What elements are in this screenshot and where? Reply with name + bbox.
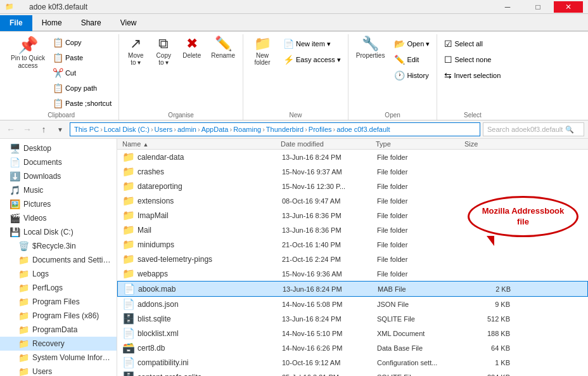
- sidebar-label: PerfLogs: [32, 283, 63, 292]
- file-date: 13-Jun-16 8:36 PM: [282, 212, 377, 219]
- file-row[interactable]: 📁 crashes 15-Nov-16 9:37 AM File folder: [117, 164, 588, 179]
- path-profiles: Profiles: [309, 126, 332, 133]
- edit-button[interactable]: ✏️ Edit: [391, 53, 433, 67]
- invert-selection-button[interactable]: ⇆ Invert selection: [441, 68, 504, 82]
- sidebar-label: Logs: [32, 269, 49, 278]
- paste-button[interactable]: 📋 Paste: [49, 51, 115, 65]
- copy-to-icon: ⧉: [158, 37, 169, 51]
- sidebar-item-localdiskc[interactable]: 💾Local Disk (C:): [0, 225, 117, 239]
- ribbon-group-clipboard: 📌 Pin to Quick access 📋 Copy 📋 Paste ✂️ …: [4, 34, 119, 120]
- sidebar-item-documentsandsettings[interactable]: 📁Documents and Settings: [0, 253, 117, 267]
- recent-locations-button[interactable]: ▼: [53, 122, 67, 136]
- sidebar-item-recycle3in[interactable]: 🗑️$Recycle.3in: [0, 239, 117, 253]
- copy-path-button[interactable]: 📋 Copy path: [49, 81, 115, 95]
- file-date: 21-Oct-16 1:40 PM: [282, 241, 377, 249]
- sidebar-item-logs[interactable]: 📁Logs: [0, 267, 117, 281]
- callout-annotation: Mozilla Addressbook file: [468, 196, 578, 246]
- sidebar-item-desktop[interactable]: 🖥️Desktop: [0, 141, 117, 155]
- sidebar-label: Recovery: [32, 339, 65, 348]
- ribbon-tab-file[interactable]: File: [0, 15, 32, 31]
- pin-quick-access-button[interactable]: 📌 Pin to Quick access: [8, 34, 48, 72]
- ribbon-tab-view[interactable]: View: [111, 15, 146, 30]
- sidebar-label: Local Disk (C:): [23, 228, 74, 237]
- sidebar-item-documents[interactable]: 📄Documents: [0, 155, 117, 169]
- select-all-button[interactable]: ☑ Select all: [441, 37, 486, 51]
- file-date: 14-Nov-16 5:08 PM: [282, 301, 377, 308]
- easy-access-button[interactable]: ⚡ Easy access ▾: [280, 53, 344, 67]
- file-row[interactable]: 📁 webapps 15-Nov-16 9:36 AM File folder: [117, 266, 588, 281]
- back-button[interactable]: ←: [4, 122, 18, 136]
- file-row[interactable]: 🗄️ content-prefs.sqlite 05-Jul-16 3:21 P…: [117, 370, 588, 376]
- new-folder-button[interactable]: 📁 New folder: [247, 34, 278, 68]
- path-users: Users: [155, 126, 173, 133]
- file-name: datareporting: [137, 182, 282, 191]
- file-row[interactable]: 📁 calendar-data 13-Jun-16 8:24 PM File f…: [117, 150, 588, 164]
- ribbon-group-new: 📁 New folder 📄 New item ▾ ⚡ Easy access …: [243, 34, 348, 120]
- file-date: 21-Oct-16 2:24 PM: [282, 256, 377, 263]
- sidebar-item-programfiles[interactable]: 📁Program Files: [0, 295, 117, 309]
- sidebar-item-perflogs[interactable]: 📁PerfLogs: [0, 281, 117, 295]
- file-list[interactable]: 📁 calendar-data 13-Jun-16 8:24 PM File f…: [117, 150, 588, 376]
- path-bar[interactable]: This PC › Local Disk (C:) › Users › admi…: [70, 122, 480, 136]
- select-none-button[interactable]: ☐ Select none: [441, 53, 494, 67]
- paste-shortcut-button[interactable]: 📋 Paste ;shortcut: [49, 96, 115, 110]
- sidebar-item-music[interactable]: 🎵Music: [0, 183, 117, 197]
- up-button[interactable]: ↑: [37, 122, 51, 136]
- file-row[interactable]: 🗃️ cert8.db 14-Nov-16 6:26 PM Data Base …: [117, 340, 588, 355]
- copy-to-button[interactable]: ⧉ Copy to ▾: [151, 34, 176, 68]
- history-button[interactable]: 🕐 History: [391, 68, 433, 82]
- sidebar-icon: 🖥️: [9, 143, 20, 153]
- sidebar-label: Pictures: [23, 200, 51, 209]
- col-header-name[interactable]: Name ▲: [122, 140, 281, 148]
- col-header-type[interactable]: Type: [376, 140, 464, 148]
- sidebar-item-systemvolumeinforma[interactable]: 📁System Volume Informa...: [0, 351, 117, 365]
- delete-button[interactable]: ✖ Delete: [179, 34, 205, 62]
- rename-button[interactable]: ✏️ Rename: [207, 34, 239, 62]
- minimize-btn[interactable]: ─: [493, 1, 522, 13]
- copy-button[interactable]: 📋 Copy: [49, 36, 115, 49]
- sidebar-item-videos[interactable]: 🎬Videos: [0, 211, 117, 225]
- file-size: 512 KB: [466, 315, 510, 323]
- close-btn[interactable]: ✕: [554, 1, 583, 13]
- sidebar: 🖥️Desktop📄Documents⬇️Downloads🎵Music🖼️Pi…: [0, 139, 117, 376]
- move-to-button[interactable]: ↗ Move to ▾: [123, 34, 148, 68]
- sidebar-item-users[interactable]: 📁Users: [0, 365, 117, 376]
- callout-text: Mozilla Addressbook file: [468, 196, 578, 237]
- file-icon: 📁: [122, 238, 134, 250]
- sidebar-label: $Recycle.3in: [32, 242, 76, 250]
- sidebar-icon: ⬇️: [9, 171, 20, 181]
- file-row[interactable]: 🗄️ blist.sqlite 13-Jun-16 8:24 PM SQLITE…: [117, 311, 588, 326]
- file-date: 08-Oct-16 9:47 AM: [282, 197, 377, 205]
- sidebar-item-programfilesx86[interactable]: 📁Program Files (x86): [0, 309, 117, 323]
- col-header-size[interactable]: Size: [464, 140, 509, 148]
- sidebar-item-programdata[interactable]: 📁ProgramData: [0, 323, 117, 337]
- easy-access-icon: ⚡: [283, 55, 294, 65]
- ribbon-tab-home[interactable]: Home: [32, 15, 72, 30]
- sidebar-item-recovery[interactable]: 📁Recovery: [0, 337, 117, 351]
- new-item-button[interactable]: 📄 New item ▾: [280, 37, 344, 51]
- forward-button[interactable]: →: [20, 122, 34, 136]
- file-type: Configuration sett...: [377, 359, 466, 366]
- properties-button[interactable]: 🔧 Properties: [352, 34, 389, 62]
- sidebar-item-pictures[interactable]: 🖼️Pictures: [0, 197, 117, 211]
- file-row[interactable]: 📄 abook.mab 13-Jun-16 8:24 PM MAB File 2…: [117, 281, 588, 297]
- col-header-date[interactable]: Date modified: [281, 140, 376, 148]
- open-icon: 📂: [394, 39, 405, 49]
- file-row[interactable]: 📁 datareporting 15-Nov-16 12:30 P... Fil…: [117, 179, 588, 193]
- sidebar-label: ProgramData: [32, 325, 77, 334]
- sidebar-icon: 🎵: [9, 185, 20, 195]
- file-row[interactable]: 📁 saved-telemetry-pings 21-Oct-16 2:24 P…: [117, 252, 588, 266]
- file-date: 13-Jun-16 8:24 PM: [282, 153, 377, 161]
- open-button[interactable]: 📂 Open ▾: [391, 37, 433, 51]
- title-bar: 📁 adoe k0f3.default ─ □ ✕: [0, 0, 588, 14]
- cut-button[interactable]: ✂️ Cut: [49, 66, 115, 80]
- open-label: Open: [385, 110, 400, 120]
- search-box[interactable]: Search adoek0f3.default 🔍: [483, 122, 584, 136]
- file-row[interactable]: 📄 blocklist.xml 14-Nov-16 5:10 PM XML Do…: [117, 326, 588, 340]
- sidebar-item-downloads[interactable]: ⬇️Downloads: [0, 169, 117, 183]
- maximize-btn[interactable]: □: [523, 1, 553, 13]
- file-row[interactable]: 📄 compatibility.ini 10-Oct-16 9:12 AM Co…: [117, 355, 588, 370]
- file-row[interactable]: 📄 addons.json 14-Nov-16 5:08 PM JSON Fil…: [117, 297, 588, 311]
- file-name: minidumps: [137, 240, 282, 249]
- ribbon-tab-share[interactable]: Share: [72, 15, 111, 30]
